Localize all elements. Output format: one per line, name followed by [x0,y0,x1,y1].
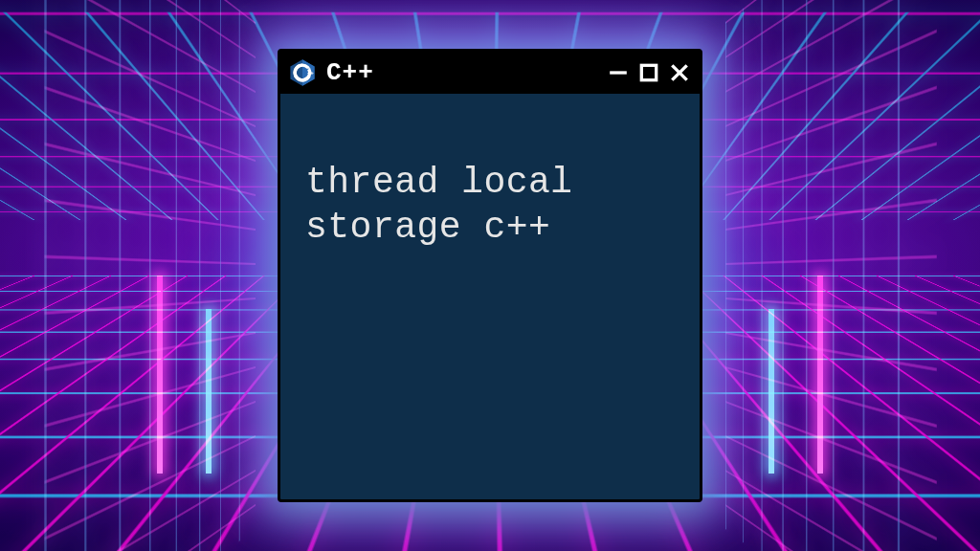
titlebar[interactable]: ++ C++ [280,52,700,94]
app-window: ++ C++ thread local storage c++ [278,49,702,502]
maximize-button[interactable] [638,62,659,83]
body-text: thread local storage c++ [305,162,573,247]
window-title: C++ [326,58,374,87]
svg-rect-6 [641,65,656,79]
window-controls [608,62,690,83]
neon-pillar [768,309,774,474]
minimize-button[interactable] [608,62,629,83]
neon-pillar [157,276,163,474]
close-button[interactable] [669,62,690,83]
neon-pillar [206,309,212,474]
window-body: thread local storage c++ [280,94,700,499]
neon-pillar [817,276,823,474]
cpp-logo-icon: ++ [288,58,317,87]
